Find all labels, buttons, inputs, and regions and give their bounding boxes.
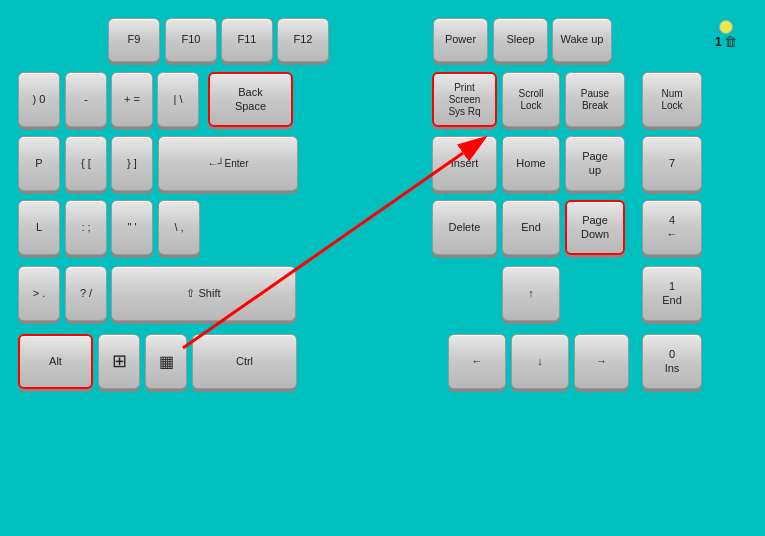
- key-zero-row1[interactable]: ) 0: [18, 72, 60, 127]
- key-enter[interactable]: ←┘Enter: [158, 136, 298, 191]
- key-greater[interactable]: > .: [18, 266, 60, 321]
- key-f12[interactable]: F12: [277, 18, 329, 62]
- key-arrow-right[interactable]: →: [574, 334, 629, 389]
- key-arrow-left[interactable]: ←: [448, 334, 506, 389]
- key-scrolllock[interactable]: Scroll Lock: [502, 72, 560, 127]
- key-ctrl-right[interactable]: Ctrl: [192, 334, 297, 389]
- key-numpad4[interactable]: 4 ←: [642, 200, 702, 255]
- key-numlock[interactable]: Num Lock: [642, 72, 702, 127]
- key-power[interactable]: Power: [433, 18, 488, 62]
- key-rbrace[interactable]: } ]: [111, 136, 153, 191]
- key-arrow-up[interactable]: ↑: [502, 266, 560, 321]
- badge-icon: 🗑: [724, 34, 737, 49]
- key-wakeup[interactable]: Wake up: [552, 18, 612, 62]
- key-printscreen[interactable]: Print Screen Sys Rq: [432, 72, 497, 127]
- badge-dot: [719, 20, 733, 34]
- key-win[interactable]: ⊞: [98, 334, 140, 389]
- key-quote[interactable]: " ': [111, 200, 153, 255]
- key-l[interactable]: L: [18, 200, 60, 255]
- key-minus[interactable]: -: [65, 72, 107, 127]
- keyboard: 1 🗑 F9 F10 F11 F12 Power Sleep Wake up )…: [8, 8, 757, 528]
- key-numpad7[interactable]: 7: [642, 136, 702, 191]
- key-f11[interactable]: F11: [221, 18, 273, 62]
- key-numpad1[interactable]: 1 End: [642, 266, 702, 321]
- key-home[interactable]: Home: [502, 136, 560, 191]
- key-f10[interactable]: F10: [165, 18, 217, 62]
- key-menu[interactable]: ▦: [145, 334, 187, 389]
- key-pipe[interactable]: | \: [157, 72, 199, 127]
- key-numpad0[interactable]: 0 Ins: [642, 334, 702, 389]
- key-lbrace[interactable]: { [: [65, 136, 107, 191]
- key-backslash2[interactable]: \ ,: [158, 200, 200, 255]
- key-end[interactable]: End: [502, 200, 560, 255]
- key-p[interactable]: P: [18, 136, 60, 191]
- key-backspace[interactable]: Back Space: [208, 72, 293, 127]
- key-sleep[interactable]: Sleep: [493, 18, 548, 62]
- badge: 1 🗑: [715, 20, 737, 49]
- key-pagedown[interactable]: Page Down: [565, 200, 625, 255]
- key-delete[interactable]: Delete: [432, 200, 497, 255]
- key-question[interactable]: ? /: [65, 266, 107, 321]
- key-shift-right[interactable]: ⇧ Shift: [111, 266, 296, 321]
- key-pageup[interactable]: Page up: [565, 136, 625, 191]
- key-semicolon[interactable]: : ;: [65, 200, 107, 255]
- key-plus[interactable]: + =: [111, 72, 153, 127]
- key-insert[interactable]: Insert: [432, 136, 497, 191]
- key-alt-left[interactable]: Alt: [18, 334, 93, 389]
- badge-number: 1: [715, 34, 722, 49]
- key-arrow-down[interactable]: ↓: [511, 334, 569, 389]
- key-pausebreak[interactable]: Pause Break: [565, 72, 625, 127]
- key-f9[interactable]: F9: [108, 18, 160, 62]
